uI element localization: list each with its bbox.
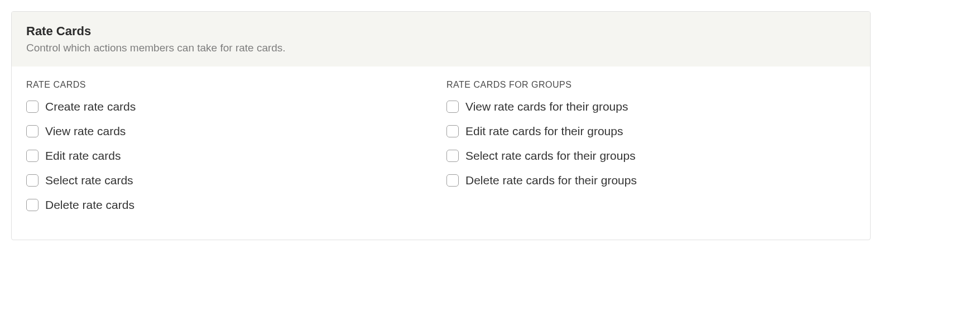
- option-label: View rate cards: [45, 125, 126, 138]
- rate-cards-panel: Rate Cards Control which actions members…: [11, 11, 871, 240]
- option-label: Edit rate cards for their groups: [465, 125, 623, 138]
- checkbox-delete-rate-cards-groups[interactable]: [446, 174, 459, 187]
- panel-subtitle: Control which actions members can take f…: [26, 42, 856, 54]
- option-select-rate-cards-groups[interactable]: Select rate cards for their groups: [446, 149, 856, 163]
- panel-title: Rate Cards: [26, 24, 856, 39]
- checkbox-edit-rate-cards-groups[interactable]: [446, 125, 459, 137]
- option-label: Create rate cards: [45, 100, 136, 113]
- checkbox-select-rate-cards[interactable]: [26, 174, 39, 187]
- option-view-rate-cards-groups[interactable]: View rate cards for their groups: [446, 100, 856, 113]
- option-label: Delete rate cards: [45, 198, 134, 212]
- option-select-rate-cards[interactable]: Select rate cards: [26, 174, 435, 187]
- option-label: View rate cards for their groups: [465, 100, 628, 113]
- checkbox-view-rate-cards-groups[interactable]: [446, 101, 459, 113]
- panel-body: RATE CARDS Create rate cards View rate c…: [12, 66, 870, 240]
- option-label: Delete rate cards for their groups: [465, 174, 637, 187]
- option-edit-rate-cards[interactable]: Edit rate cards: [26, 149, 435, 163]
- option-edit-rate-cards-groups[interactable]: Edit rate cards for their groups: [446, 125, 856, 138]
- option-delete-rate-cards-groups[interactable]: Delete rate cards for their groups: [446, 174, 856, 187]
- option-view-rate-cards[interactable]: View rate cards: [26, 125, 435, 138]
- rate-cards-groups-column-heading: RATE CARDS FOR GROUPS: [446, 80, 856, 90]
- checkbox-edit-rate-cards[interactable]: [26, 150, 39, 162]
- rate-cards-column: RATE CARDS Create rate cards View rate c…: [26, 80, 435, 223]
- checkbox-create-rate-cards[interactable]: [26, 101, 39, 113]
- checkbox-view-rate-cards[interactable]: [26, 125, 39, 137]
- rate-cards-groups-column: RATE CARDS FOR GROUPS View rate cards fo…: [446, 80, 856, 223]
- option-label: Select rate cards: [45, 174, 133, 187]
- rate-cards-column-heading: RATE CARDS: [26, 80, 435, 90]
- checkbox-select-rate-cards-groups[interactable]: [446, 150, 459, 162]
- checkbox-delete-rate-cards[interactable]: [26, 199, 39, 211]
- option-delete-rate-cards[interactable]: Delete rate cards: [26, 198, 435, 212]
- panel-header: Rate Cards Control which actions members…: [12, 12, 870, 66]
- option-label: Select rate cards for their groups: [465, 149, 636, 163]
- option-create-rate-cards[interactable]: Create rate cards: [26, 100, 435, 113]
- option-label: Edit rate cards: [45, 149, 121, 163]
